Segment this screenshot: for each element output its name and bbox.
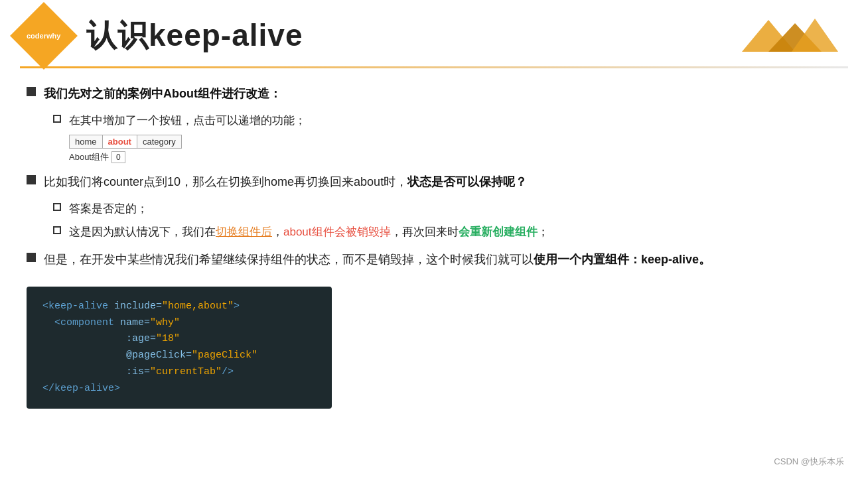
sub-bullet-1-1: 在其中增加了一个按钮，点击可以递增的功能； xyxy=(53,111,841,129)
code-line-2: <component name="why" xyxy=(42,315,316,332)
sub-2-2-red: about组件会被销毁掉 xyxy=(283,226,391,238)
watermark: CSDN @快乐本乐 xyxy=(774,456,844,468)
bullet-3-icon xyxy=(27,253,36,262)
bullet-1-icon xyxy=(27,87,36,96)
header: coderwhy 认识keep-alive xyxy=(0,0,868,60)
logo-text: coderwhy xyxy=(27,31,60,40)
code-attr-1: include= xyxy=(114,301,162,312)
sub-bullet-2-2: 这是因为默认情况下，我们在切换组件后，about组件会被销毁掉，再次回来时会重新… xyxy=(53,223,841,241)
sub-2-2-end: ； xyxy=(538,226,549,238)
code-val-1: "home,about" xyxy=(162,301,234,312)
sub-2-2-before: 这是因为默认情况下，我们在 xyxy=(69,226,216,238)
nav-tab-about[interactable]: about xyxy=(103,135,137,148)
sub-2-2-green: 会重新创建组件 xyxy=(459,226,538,238)
bullet-2: 比如我们将counter点到10，那么在切换到home再切换回来about时，状… xyxy=(27,172,841,192)
mountain-decoration xyxy=(735,7,841,56)
code-line-5: :is="currentTab"/> xyxy=(42,364,316,381)
sub-bullet-2-2-icon xyxy=(53,226,61,234)
code-tag-1: <keep-alive xyxy=(42,301,114,312)
bullet-2-text: 比如我们将counter点到10，那么在切换到home再切换回来about时，状… xyxy=(44,172,527,192)
about-component-row: About组件 0 xyxy=(69,151,841,163)
code-line-4: @pageClick="pageClick" xyxy=(42,348,316,364)
logo-diamond: coderwhy xyxy=(10,2,78,70)
bullet-3-text: 但是，在开发中某些情况我们希望继续保持组件的状态，而不是销毁掉，这个时候我们就可… xyxy=(44,250,711,269)
bullet-3: 但是，在开发中某些情况我们希望继续保持组件的状态，而不是销毁掉，这个时候我们就可… xyxy=(27,250,841,269)
bullet-2-text-before: 比如我们将counter点到10，那么在切换到home再切换回来about时， xyxy=(44,175,407,188)
nav-tab-home[interactable]: home xyxy=(70,135,103,148)
nav-demo: home about category About组件 0 xyxy=(69,135,841,163)
bullet-3-before: 但是，在开发中某些情况我们希望继续保持组件的状态，而不是销毁掉，这个时候我们就可… xyxy=(44,253,534,266)
code-block: <keep-alive include="home,about"> <compo… xyxy=(27,287,332,409)
sub-bullet-2-1-text: 答案是否定的； xyxy=(69,200,148,218)
bullet-3-bold: 使用一个内置组件：keep-alive。 xyxy=(534,253,711,266)
nav-tab-category[interactable]: category xyxy=(137,135,181,148)
sub-2-2-middle: ， xyxy=(272,226,283,238)
sub-2-2-underline: 切换组件后 xyxy=(216,226,272,238)
main-content: 我们先对之前的案例中About组件进行改造： 在其中增加了一个按钮，点击可以递增… xyxy=(0,68,868,431)
sub-bullet-2-1: 答案是否定的； xyxy=(53,200,841,218)
code-line-6: </keep-alive> xyxy=(42,381,316,397)
bullet-1: 我们先对之前的案例中About组件进行改造： xyxy=(27,84,841,103)
nav-tabs: home about category xyxy=(69,135,182,149)
sub-2-2-after: ，再次回来时 xyxy=(391,226,459,238)
about-component-label: About组件 xyxy=(69,151,109,163)
sub-bullet-2-1-icon xyxy=(53,203,61,211)
bullet-2-icon xyxy=(27,175,36,184)
code-line-3: :age="18" xyxy=(42,331,316,348)
sub-bullet-1-1-icon xyxy=(53,115,61,123)
sub-bullet-2-2-text: 这是因为默认情况下，我们在切换组件后，about组件会被销毁掉，再次回来时会重新… xyxy=(69,223,549,241)
sub-bullet-1-1-text: 在其中增加了一个按钮，点击可以递增的功能； xyxy=(69,111,306,129)
page-title: 认识keep-alive xyxy=(86,15,303,56)
bullet-2-text-bold: 状态是否可以保持呢？ xyxy=(407,175,527,188)
counter-display: 0 xyxy=(111,151,125,163)
bullet-1-text: 我们先对之前的案例中About组件进行改造： xyxy=(44,84,281,103)
code-line-1: <keep-alive include="home,about"> xyxy=(42,299,316,315)
bullet-1-text-strong: 我们先对之前的案例中About组件进行改造： xyxy=(44,87,281,100)
